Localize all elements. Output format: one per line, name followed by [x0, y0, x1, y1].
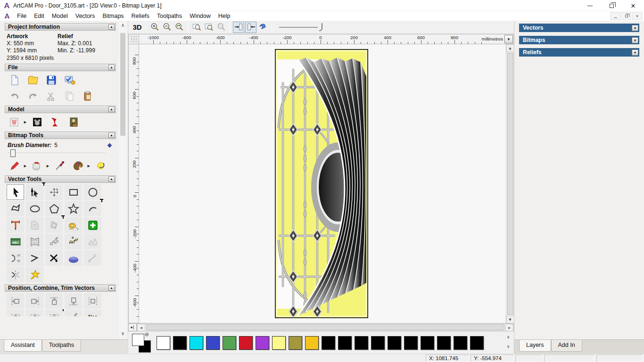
save-model-button[interactable]	[44, 74, 58, 87]
palette-swatch-10[interactable]	[322, 336, 335, 350]
block-copy-tool[interactable]	[45, 234, 63, 249]
simulate-toolpath-button[interactable]	[257, 22, 269, 33]
menu-help[interactable]: Help	[215, 12, 234, 20]
snap-to-guides-button[interactable]	[245, 22, 256, 33]
align-right-tool[interactable]	[26, 293, 43, 309]
blend-spans-tool[interactable]	[7, 250, 24, 266]
menu-vectors[interactable]: Vectors	[72, 12, 99, 20]
vector-doctor-tool[interactable]	[26, 267, 43, 282]
invert-model-button[interactable]	[30, 115, 44, 129]
transform-vectors-tool[interactable]	[45, 184, 63, 200]
panel-header-bitmaps[interactable]: Bitmaps▼	[519, 36, 639, 44]
palette-swatch-2[interactable]	[190, 336, 203, 350]
slider-handle[interactable]	[319, 23, 322, 31]
create-circle-tool[interactable]	[84, 184, 101, 200]
flyout-pin-icon[interactable]	[107, 143, 112, 148]
model-properties-button[interactable]	[63, 74, 77, 87]
restore-button[interactable]	[601, 0, 622, 11]
toggle-3d-view-button[interactable]: 3D	[132, 22, 143, 33]
menu-edit[interactable]: Edit	[30, 12, 48, 20]
paste-text-block-tool[interactable]: ABC	[7, 234, 24, 249]
expand-panel-button[interactable]: ▼	[632, 25, 638, 31]
align-left-tool[interactable]	[7, 293, 24, 309]
menu-model[interactable]: Model	[48, 12, 72, 20]
palette-swatch-16[interactable]	[421, 336, 434, 350]
palette-scroll-up-button[interactable]: ∧	[504, 333, 512, 342]
align-top-tool[interactable]	[45, 293, 63, 309]
zoom-box-button[interactable]	[191, 22, 202, 33]
colour-palette-tool[interactable]	[71, 159, 85, 173]
select-vectors-tool[interactable]	[7, 184, 24, 200]
palette-swatch-3[interactable]	[206, 336, 220, 350]
mdi-minimize-button[interactable]	[611, 12, 620, 20]
node-editing-tool[interactable]	[26, 184, 43, 200]
menu-window[interactable]: Window	[186, 12, 214, 20]
pick-colour-tool[interactable]	[53, 159, 67, 173]
menu-toolpaths[interactable]: Toolpaths	[153, 12, 186, 20]
scroll-up-button[interactable]: ▲	[506, 44, 514, 52]
palette-swatch-5[interactable]	[239, 336, 253, 350]
flyout-arrow-icon[interactable]: ►	[23, 164, 27, 168]
palette-swatch-11[interactable]	[338, 336, 352, 350]
primary-colour-swatch[interactable]	[132, 334, 144, 346]
create-polygon-tool[interactable]	[45, 201, 63, 216]
palette-swatch-18[interactable]	[454, 336, 467, 350]
mdi-close-button[interactable]: ×	[632, 12, 642, 20]
brush-diameter-slider[interactable]	[8, 149, 106, 157]
slider-handle[interactable]	[10, 149, 16, 157]
scroll-right-button[interactable]: ▸	[505, 324, 513, 331]
align-centre-tool[interactable]	[7, 310, 24, 316]
palette-swatch-4[interactable]	[223, 336, 236, 350]
vertical-scrollbar[interactable]: ▲ ▼	[506, 44, 514, 323]
lighting-button[interactable]	[49, 115, 63, 129]
adjust-model-button[interactable]	[8, 115, 22, 129]
nesting-tool[interactable]: Nes	[84, 310, 101, 316]
scatter-copies-tool[interactable]	[65, 310, 82, 316]
expand-panel-button[interactable]: ▼	[632, 37, 638, 43]
align-bottom-tool[interactable]	[65, 293, 82, 309]
create-polyline-tool[interactable]	[7, 201, 24, 216]
menu-file[interactable]: File	[13, 12, 30, 20]
scroll-left-button[interactable]: ◂	[137, 324, 145, 331]
scrollbar-thumb[interactable]	[507, 53, 513, 315]
paste-button[interactable]	[81, 90, 95, 103]
interactive-distortion-tool[interactable]	[65, 250, 82, 266]
palette-swatch-9[interactable]	[305, 336, 319, 350]
scrollbar-thumb[interactable]	[120, 33, 125, 136]
scroll-down-icon[interactable]: ∨	[121, 330, 124, 337]
align-centre-2-tool[interactable]	[26, 310, 43, 316]
collapse-section-button[interactable]: ▲	[108, 176, 115, 182]
collapse-section-button[interactable]: ▲	[108, 285, 115, 291]
panel-header-reliefs[interactable]: Reliefs▼	[519, 48, 639, 57]
collapse-section-button[interactable]: ▲	[108, 24, 115, 30]
undo-button[interactable]	[8, 90, 22, 103]
create-text-tool[interactable]	[7, 217, 24, 233]
scroll-up-icon[interactable]: ∧	[121, 22, 124, 29]
expand-panel-button[interactable]: ▼	[632, 49, 638, 56]
palette-swatch-15[interactable]	[404, 336, 418, 350]
envelope-distortion-tool[interactable]	[26, 234, 43, 249]
zoom-previous-button[interactable]	[173, 22, 185, 33]
close-button[interactable]: ✕	[622, 0, 644, 11]
collapse-section-button[interactable]: ▲	[108, 132, 115, 138]
create-rectangle-tool[interactable]	[65, 184, 82, 200]
tab-assistant[interactable]: Assistant	[4, 340, 42, 352]
create-ellipse-tool[interactable]	[26, 201, 43, 216]
canvas-2d-view[interactable]	[139, 44, 506, 323]
horizontal-scrollbar[interactable]: ◂ ▸	[137, 323, 514, 331]
palette-scroll-down-button[interactable]: ∨	[504, 343, 512, 351]
zoom-out-button[interactable]	[161, 22, 173, 33]
zoom-in-button[interactable]	[149, 22, 160, 33]
palette-swatch-8[interactable]	[289, 336, 302, 350]
collapse-section-button[interactable]: ▲	[108, 107, 115, 112]
new-model-button[interactable]	[8, 74, 22, 87]
view-blend-slider[interactable]	[279, 23, 322, 32]
flyout-arrow-icon[interactable]: ►	[23, 120, 27, 124]
door-artwork[interactable]	[275, 49, 368, 318]
pan-mode-button[interactable]: ▸|	[128, 323, 137, 331]
trim-vectors-tool[interactable]	[45, 250, 63, 266]
align-centre-x-tool[interactable]	[84, 293, 101, 309]
palette-swatch-0[interactable]	[157, 336, 170, 350]
palette-swatch-19[interactable]	[470, 336, 484, 350]
panel-header-vectors[interactable]: Vectors▼	[519, 24, 639, 32]
